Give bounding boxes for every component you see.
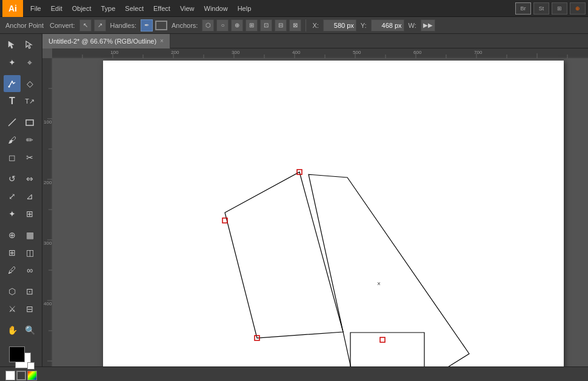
anchor-point-tool[interactable]: ◇ (21, 75, 38, 92)
eraser-tool[interactable]: ◻ (4, 149, 21, 166)
more-options-btn[interactable]: ▶▶ (421, 19, 435, 31)
select-tool[interactable] (4, 36, 21, 53)
canvas-svg: × (52, 58, 588, 366)
menu-object[interactable]: Object (67, 0, 96, 17)
column-graph-tool[interactable]: ▦ (21, 227, 38, 244)
convert-btn-1[interactable]: ↖ (79, 19, 92, 31)
app-switcher: Br St ⊞ ⊕ (515, 2, 586, 15)
main-area: ✦ ⌖ ◇ T T↗ 🖌 ✏ ◻ ✂ (0, 34, 588, 366)
eyedropper-tool[interactable]: 🖊 (4, 262, 21, 279)
rotate-tool[interactable]: ↺ (4, 170, 21, 187)
menu-file[interactable]: File (25, 0, 46, 17)
tool-row-12: ⊞ ◫ (0, 244, 42, 261)
tool-row-16: ✋ 🔍 (0, 322, 42, 339)
doc-tab-close[interactable]: × (160, 38, 164, 44)
stroke-indicator[interactable] (16, 371, 26, 380)
lasso-tool[interactable]: ⌖ (21, 54, 38, 71)
menu-edit[interactable]: Edit (46, 0, 67, 17)
type-tool[interactable]: T (4, 93, 21, 110)
menu-help[interactable]: Help (233, 0, 256, 17)
x-input[interactable] (323, 19, 356, 31)
line-tool[interactable] (4, 114, 21, 131)
live-paint-tool[interactable]: ⬡ (4, 283, 21, 300)
x-label: X: (310, 22, 320, 29)
menu-window[interactable]: Window (199, 0, 233, 17)
center-mark: × (377, 280, 381, 287)
zoom-tool[interactable]: 🔍 (21, 322, 38, 339)
stock-icon[interactable]: St (533, 2, 549, 15)
svg-point-0 (8, 86, 10, 88)
foreground-swatch[interactable] (9, 346, 25, 362)
y-label: Y: (359, 22, 369, 29)
svg-text:100: 100 (44, 119, 52, 125)
pencil-tool[interactable]: ✏ (21, 131, 38, 148)
rectangle-tool[interactable] (21, 114, 38, 131)
tool-row-13: 🖊 ∞ (0, 262, 42, 279)
anchor-point-label: Anchor Point (4, 22, 45, 29)
artboard-tool[interactable]: ⊡ (21, 283, 38, 300)
shape-rect-1[interactable] (350, 333, 424, 366)
slice-tool[interactable]: ⚔ (4, 300, 21, 317)
menu-view[interactable]: View (175, 0, 199, 17)
bridge-icon[interactable]: Br (515, 2, 531, 15)
svg-text:500: 500 (353, 50, 361, 55)
cc-icon[interactable]: ⊕ (570, 2, 586, 15)
reflect-tool[interactable]: ⇔ (21, 170, 38, 187)
svg-text:600: 600 (413, 50, 422, 55)
workspace-icon[interactable]: ⊞ (552, 2, 567, 15)
menu-effect[interactable]: Effect (149, 0, 175, 17)
color-section (0, 343, 42, 381)
vertical-ruler: 100 200 300 400 (42, 58, 52, 366)
gradient-tool[interactable]: ◫ (21, 244, 38, 261)
tool-row-15: ⚔ ⊟ (0, 300, 42, 317)
svg-text:400: 400 (44, 301, 52, 306)
anchors-btn-1[interactable]: ⬡ (202, 19, 214, 31)
anchors-btn-7[interactable]: ⊠ (289, 19, 301, 31)
fill-indicator[interactable] (5, 371, 15, 380)
shear-tool[interactable]: ⊿ (21, 188, 38, 205)
tool-row-5 (0, 114, 42, 131)
anchors-btn-6[interactable]: ⊟ (275, 19, 287, 31)
blend-tool[interactable]: ∞ (21, 262, 38, 279)
touch-type-tool[interactable]: T↗ (21, 93, 38, 110)
canvas-container[interactable]: 100 200 300 400 500 600 700 (42, 48, 588, 366)
tool-row-3: ◇ (0, 75, 42, 92)
color-swatches[interactable] (8, 345, 35, 369)
svg-text:300: 300 (232, 50, 240, 55)
anchors-btn-4[interactable]: ⊞ (246, 19, 258, 31)
toolbar: ✦ ⌖ ◇ T T↗ 🖌 ✏ ◻ ✂ (0, 34, 42, 366)
tool-row-7: ◻ ✂ (0, 149, 42, 166)
svg-text:700: 700 (474, 50, 483, 55)
slice-select-tool[interactable]: ⊟ (21, 300, 38, 317)
menu-type[interactable]: Type (96, 0, 121, 17)
tool-row-10: ✦ ⊞ (0, 205, 42, 222)
swap-icon[interactable] (27, 362, 35, 369)
hand-tool[interactable]: ✋ (4, 322, 21, 339)
y-input[interactable] (371, 19, 404, 31)
magic-wand-tool[interactable]: ✦ (4, 54, 21, 71)
status-bar (0, 366, 588, 381)
mesh-tool[interactable]: ⊞ (4, 244, 21, 261)
symbol-tool[interactable]: ⊕ (4, 227, 21, 244)
handles-btn-1[interactable]: ✒ (141, 19, 153, 31)
anchors-btn-3[interactable]: ⊕ (231, 19, 243, 31)
anchors-btn-5[interactable]: ⊡ (260, 19, 272, 31)
pen-tool[interactable] (4, 75, 21, 92)
handles-btn-2[interactable] (155, 21, 167, 30)
menu-select[interactable]: Select (120, 0, 149, 17)
scissors-tool[interactable]: ✂ (21, 149, 38, 166)
svg-text:100: 100 (110, 50, 119, 55)
shape-polygon-2[interactable] (309, 174, 469, 366)
anchor-point-3[interactable] (380, 337, 385, 342)
paintbrush-tool[interactable]: 🖌 (4, 131, 21, 148)
puppet-warp-tool[interactable]: ✦ (4, 205, 21, 222)
free-transform-tool[interactable]: ⊞ (21, 205, 38, 222)
color-gradient[interactable] (27, 371, 37, 380)
shape-polygon-1[interactable] (225, 172, 343, 338)
anchors-btn-2[interactable]: ○ (216, 19, 229, 31)
scale-tool[interactable]: ⤢ (4, 188, 21, 205)
doc-tab[interactable]: Untitled-2* @ 66.67% (RGB/Outline) × (42, 34, 170, 48)
direct-select-tool[interactable] (21, 36, 38, 53)
tool-row-8: ↺ ⇔ (0, 170, 42, 187)
convert-btn-2[interactable]: ↗ (94, 19, 106, 31)
